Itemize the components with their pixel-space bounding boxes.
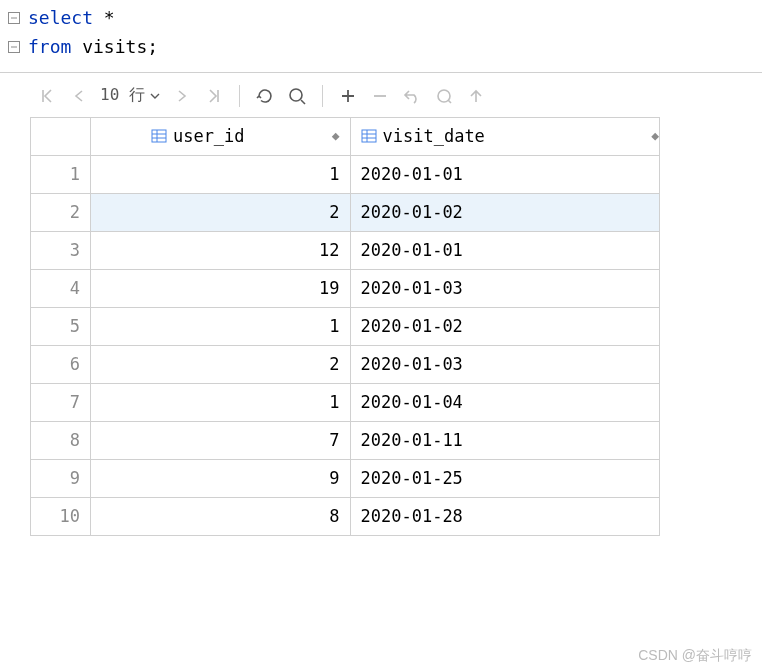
cell-visit-date[interactable]: 2020-01-02 bbox=[351, 194, 661, 232]
column-header-visit-date[interactable]: visit_date ◆ bbox=[351, 118, 661, 156]
remove-row-button[interactable] bbox=[367, 83, 393, 109]
sort-icon[interactable]: ◆ bbox=[332, 133, 340, 139]
submit-button[interactable] bbox=[463, 83, 489, 109]
watermark: CSDN @奋斗哼哼 bbox=[638, 647, 752, 665]
column-name: user_id bbox=[173, 126, 332, 146]
cell-visit-date[interactable]: 2020-01-11 bbox=[351, 422, 661, 460]
svg-point-5 bbox=[290, 89, 302, 101]
cell-visit-date[interactable]: 2020-01-28 bbox=[351, 498, 661, 536]
column-header-user-id[interactable]: user_id ◆ bbox=[91, 118, 351, 156]
column-name: visit_date bbox=[383, 126, 652, 146]
row-number[interactable]: 3 bbox=[31, 232, 91, 270]
table-row[interactable]: 622020-01-03 bbox=[31, 346, 660, 384]
fold-end-icon[interactable] bbox=[0, 41, 28, 53]
row-number[interactable]: 7 bbox=[31, 384, 91, 422]
row-number[interactable]: 10 bbox=[31, 498, 91, 536]
cell-visit-date[interactable]: 2020-01-01 bbox=[351, 232, 661, 270]
results-panel: 10 行 user_id ◆ bbox=[0, 72, 762, 536]
toolbar-separator bbox=[322, 85, 323, 107]
cell-user-id[interactable]: 7 bbox=[91, 422, 351, 460]
cell-visit-date[interactable]: 2020-01-02 bbox=[351, 308, 661, 346]
sql-text: visits; bbox=[71, 36, 158, 57]
revert-button[interactable] bbox=[399, 83, 425, 109]
page-size-dropdown[interactable]: 10 行 bbox=[98, 85, 163, 106]
sql-editor[interactable]: select * from visits; bbox=[0, 0, 762, 72]
results-table[interactable]: user_id ◆ visit_date ◆ 112020-01-0122202… bbox=[30, 117, 660, 536]
cell-visit-date[interactable]: 2020-01-03 bbox=[351, 346, 661, 384]
row-number[interactable]: 9 bbox=[31, 460, 91, 498]
sort-icon[interactable]: ◆ bbox=[651, 133, 659, 139]
table-row[interactable]: 3122020-01-01 bbox=[31, 232, 660, 270]
table-row[interactable]: 712020-01-04 bbox=[31, 384, 660, 422]
last-page-button[interactable] bbox=[201, 83, 227, 109]
chevron-down-icon bbox=[149, 90, 161, 102]
cell-user-id[interactable]: 12 bbox=[91, 232, 351, 270]
table-row[interactable]: 4192020-01-03 bbox=[31, 270, 660, 308]
cell-visit-date[interactable]: 2020-01-04 bbox=[351, 384, 661, 422]
first-page-button[interactable] bbox=[34, 83, 60, 109]
results-toolbar: 10 行 bbox=[30, 79, 762, 117]
cell-user-id[interactable]: 8 bbox=[91, 498, 351, 536]
table-row[interactable]: 222020-01-02 bbox=[31, 194, 660, 232]
sql-keyword: from bbox=[28, 36, 71, 57]
add-row-button[interactable] bbox=[335, 83, 361, 109]
table-header: user_id ◆ visit_date ◆ bbox=[31, 118, 660, 156]
cell-user-id[interactable]: 1 bbox=[91, 308, 351, 346]
row-number-header[interactable] bbox=[31, 118, 91, 156]
column-icon bbox=[151, 128, 167, 144]
column-icon bbox=[361, 128, 377, 144]
table-row[interactable]: 992020-01-25 bbox=[31, 460, 660, 498]
cell-user-id[interactable]: 9 bbox=[91, 460, 351, 498]
cell-visit-date[interactable]: 2020-01-01 bbox=[351, 156, 661, 194]
row-number[interactable]: 4 bbox=[31, 270, 91, 308]
cell-visit-date[interactable]: 2020-01-25 bbox=[351, 460, 661, 498]
cell-user-id[interactable]: 1 bbox=[91, 384, 351, 422]
sql-keyword: select bbox=[28, 7, 93, 28]
toolbar-separator bbox=[239, 85, 240, 107]
cell-user-id[interactable]: 19 bbox=[91, 270, 351, 308]
stop-refresh-button[interactable] bbox=[284, 83, 310, 109]
cell-user-id[interactable]: 2 bbox=[91, 194, 351, 232]
table-row[interactable]: 872020-01-11 bbox=[31, 422, 660, 460]
prev-page-button[interactable] bbox=[66, 83, 92, 109]
cell-user-id[interactable]: 1 bbox=[91, 156, 351, 194]
row-number[interactable]: 8 bbox=[31, 422, 91, 460]
cell-visit-date[interactable]: 2020-01-03 bbox=[351, 270, 661, 308]
next-page-button[interactable] bbox=[169, 83, 195, 109]
svg-line-6 bbox=[301, 100, 305, 104]
svg-rect-8 bbox=[152, 130, 166, 142]
table-row[interactable]: 1082020-01-28 bbox=[31, 498, 660, 536]
sql-text: * bbox=[93, 7, 115, 28]
svg-rect-12 bbox=[362, 130, 376, 142]
row-number[interactable]: 6 bbox=[31, 346, 91, 384]
row-number[interactable]: 1 bbox=[31, 156, 91, 194]
page-size-label: 10 行 bbox=[100, 85, 145, 106]
table-row[interactable]: 512020-01-02 bbox=[31, 308, 660, 346]
row-number[interactable]: 5 bbox=[31, 308, 91, 346]
row-number[interactable]: 2 bbox=[31, 194, 91, 232]
cell-user-id[interactable]: 2 bbox=[91, 346, 351, 384]
commit-button[interactable] bbox=[431, 83, 457, 109]
refresh-button[interactable] bbox=[252, 83, 278, 109]
table-row[interactable]: 112020-01-01 bbox=[31, 156, 660, 194]
fold-minus-icon[interactable] bbox=[0, 12, 28, 24]
